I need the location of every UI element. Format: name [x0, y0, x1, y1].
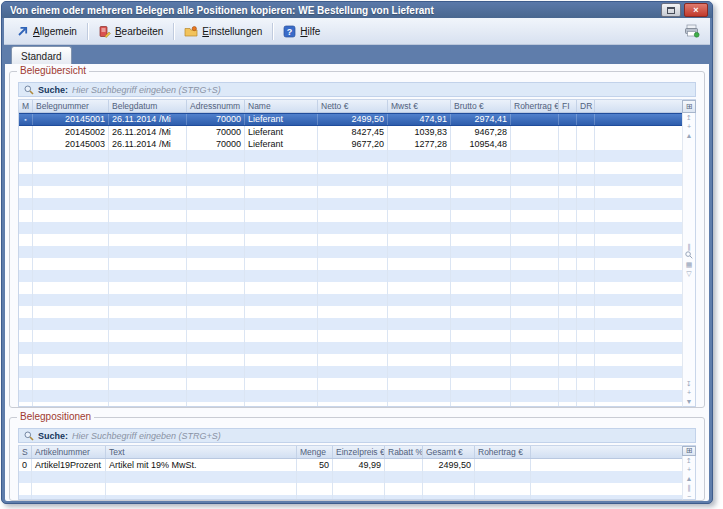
column-header-adressnumm[interactable]: Adressnumm: [187, 100, 245, 112]
toolbar-button-einstellungen[interactable]: Einstellungen: [177, 22, 269, 41]
grid-icon[interactable]: ▦: [683, 260, 695, 269]
close-icon: ×: [693, 6, 698, 15]
columns-icon[interactable]: ⊞: [682, 100, 696, 113]
cell: [577, 126, 595, 138]
column-header-rohertrag-[interactable]: Rohertrag €: [475, 446, 531, 458]
column-header-mwst-[interactable]: Mwst €: [388, 100, 451, 112]
toolbar-buttons: AllgemeinBearbeitenEinstellungen?Hilfe: [9, 22, 327, 41]
table-row[interactable]: ▪2014500126.11.2014 /Mi70000Lieferant249…: [19, 113, 682, 126]
column-header-rohertrag-[interactable]: Rohertrag €: [511, 100, 559, 112]
filter-icon[interactable]: ▽: [683, 269, 695, 278]
cell: 26.11.2014 /Mi: [109, 138, 187, 150]
cell: [595, 138, 682, 150]
toolbar: AllgemeinBearbeitenEinstellungen?Hilfe: [4, 18, 710, 45]
column-header-menge[interactable]: Menge: [297, 446, 333, 458]
search-icon: [24, 427, 34, 445]
cell: Lieferant: [245, 138, 318, 150]
cell: [511, 138, 559, 150]
settings-folder-icon: [184, 25, 198, 38]
cell: 9677,20: [318, 138, 388, 150]
cell: [577, 138, 595, 150]
search-input-positions[interactable]: [72, 430, 690, 441]
column-header-netto-[interactable]: Netto €: [318, 100, 388, 112]
grid-header-row: SArtikelnummerTextMengeEinzelpreis €Raba…: [19, 446, 682, 459]
table-row[interactable]: 0Artikel19ProzentArtikel mit 19% MwSt.50…: [19, 459, 682, 471]
magnifier-icon[interactable]: [683, 251, 695, 260]
search-input-overview[interactable]: [72, 84, 690, 95]
cell: Artikel mit 19% MwSt.: [106, 459, 297, 471]
toolbar-button-bearbeiten[interactable]: Bearbeiten: [91, 22, 170, 41]
toolbar-button-hilfe[interactable]: ?Hilfe: [276, 22, 327, 41]
column-header-artikelnummer[interactable]: Artikelnummer: [32, 446, 106, 458]
plus-icon[interactable]: +: [683, 388, 695, 397]
scroll-bottom-icon[interactable]: ↧: [683, 379, 695, 388]
column-header-fi[interactable]: FI: [559, 100, 577, 112]
group-label: Belegübersicht: [17, 65, 89, 76]
column-header-name[interactable]: Name: [245, 100, 318, 112]
cell: 0: [19, 459, 32, 471]
grid-beleguebersicht: MBelegnummerBelegdatumAdressnummNameNett…: [18, 99, 696, 407]
window-title: Von einem oder mehreren Belegen alle Pos…: [10, 5, 661, 16]
cell: 9467,28: [451, 126, 511, 138]
cell: 10954,48: [451, 138, 511, 150]
toolbar-button-label: Einstellungen: [202, 26, 262, 37]
cell: 2499,50: [318, 114, 388, 125]
arrow-up-right-icon: [16, 25, 29, 38]
table-row[interactable]: 2014500326.11.2014 /Mi70000Lieferant9677…: [19, 138, 682, 150]
grid-empty-area: [19, 150, 682, 406]
search-bar-positions: Suche:: [18, 428, 696, 443]
toolbar-button-allgemein[interactable]: Allgemein: [9, 22, 84, 41]
column-header-belegdatum[interactable]: Belegdatum: [109, 100, 187, 112]
column-header-dr[interactable]: DR: [577, 100, 595, 112]
column-header-rabatt-[interactable]: Rabatt %: [385, 446, 423, 458]
column-header-einzelpreis-[interactable]: Einzelpreis €: [333, 446, 385, 458]
cell: [385, 459, 423, 471]
cell: 474,91: [388, 114, 451, 125]
triangle-up-icon[interactable]: ▲: [683, 474, 695, 483]
cell: [531, 459, 682, 471]
table-row[interactable]: 2014500226.11.2014 /Mi70000Lieferant8427…: [19, 126, 682, 138]
cell: [577, 114, 595, 125]
triangle-down-icon[interactable]: ▼: [683, 397, 695, 406]
minus-icon[interactable]: −: [683, 492, 695, 501]
cell: 20145003: [33, 138, 109, 150]
screen: Von einem oder mehreren Belegen alle Pos…: [0, 0, 723, 509]
column-header-s[interactable]: S: [19, 446, 32, 458]
grid-belegpositionen: SArtikelnummerTextMengeEinzelpreis €Raba…: [18, 445, 696, 500]
triangle-up-icon[interactable]: ▲: [683, 131, 695, 140]
column-header-brutto-[interactable]: Brutto €: [451, 100, 511, 112]
plus-icon[interactable]: +: [683, 465, 695, 474]
column-width-icon[interactable]: ∥: [683, 242, 695, 251]
cell: [559, 114, 577, 125]
print-button[interactable]: [684, 24, 705, 38]
dialog-window: Von einem oder mehreren Belegen alle Pos…: [1, 1, 713, 504]
close-button[interactable]: ×: [684, 3, 708, 17]
column-width-icon[interactable]: ∥: [683, 483, 695, 492]
cell: 70000: [187, 114, 245, 125]
cell: 2974,41: [451, 114, 511, 125]
plus-icon[interactable]: +: [683, 122, 695, 131]
edit-document-icon: [98, 25, 111, 38]
cell: 26.11.2014 /Mi: [109, 126, 187, 138]
scroll-top-icon[interactable]: ↥: [683, 113, 695, 122]
cell: Lieferant: [245, 114, 318, 125]
column-header-filler: [595, 100, 682, 112]
search-icon: [24, 81, 34, 99]
column-header-belegnummer[interactable]: Belegnummer: [33, 100, 109, 112]
restore-button[interactable]: [661, 3, 681, 17]
column-header-m[interactable]: M: [19, 100, 33, 112]
cell: 20145001: [33, 114, 109, 125]
cell: [475, 459, 531, 471]
column-header-gesamt-[interactable]: Gesamt €: [423, 446, 475, 458]
window-controls: ×: [661, 3, 708, 17]
toolbar-separator: [87, 23, 88, 40]
cell: 2499,50: [423, 459, 475, 471]
grid-side-toolbar: ⊞↥+▲∥▦▽↧+▼: [682, 99, 696, 407]
group-label: Belegpositionen: [17, 411, 94, 422]
grid-empty-area: [19, 471, 682, 499]
group-beleguebersicht: Belegübersicht Suche: MBelegnummerBelegd…: [9, 71, 705, 408]
tab-standard[interactable]: Standard: [11, 46, 72, 64]
columns-icon[interactable]: ⊞: [682, 446, 696, 456]
column-header-text[interactable]: Text: [106, 446, 297, 458]
scroll-top-icon[interactable]: ↥: [683, 456, 695, 465]
